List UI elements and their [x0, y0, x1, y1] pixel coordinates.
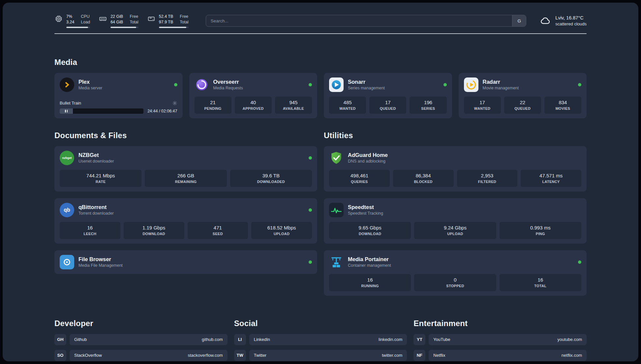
- stat-pending: 21PENDING: [195, 97, 231, 114]
- bookmark-abbr[interactable]: YT: [413, 334, 425, 345]
- cpu-value: 7%: [66, 14, 74, 19]
- stat-queries: 498,461QUERIES: [329, 170, 390, 187]
- stat-remaining: 266 GBREMAINING: [145, 170, 227, 187]
- ram-progress-bar: [110, 27, 138, 28]
- app-card-speedtest[interactable]: Speedtest Speedtest Tracking 9.65 GbpsDO…: [324, 198, 587, 244]
- app-subtitle: Media Requests: [213, 85, 243, 91]
- bookmark-stackoverflow[interactable]: SO StackOverflow stackoverflow.com: [54, 350, 228, 361]
- app-card-overseerr[interactable]: Overseerr Media Requests 21PENDING 40APP…: [189, 73, 318, 118]
- stat-series: 196SERIES: [410, 97, 446, 114]
- stat-upload: 9.24 GbpsUPLOAD: [414, 222, 496, 239]
- pause-icon[interactable]: [60, 108, 73, 114]
- stat-downloaded: 39.6 TBDOWNLOADED: [230, 170, 312, 187]
- now-playing-title: Bullet Train: [60, 101, 81, 106]
- app-subtitle: Movie management: [483, 85, 519, 91]
- app-title: AdGuard Home: [348, 152, 388, 159]
- bookmark-pill[interactable]: Netflix netflix.com: [429, 350, 587, 361]
- disk-icon: [147, 15, 156, 23]
- app-title: Sonarr: [348, 78, 385, 85]
- status-dot: [309, 83, 312, 86]
- disk-metric: 52.4 TB97.9 TB FreeTotal: [147, 14, 189, 28]
- playback-progress-bar[interactable]: [60, 108, 143, 114]
- weather-condition: scattered clouds: [555, 21, 587, 27]
- bookmark-linkedin[interactable]: LI LinkedIn linkedin.com: [234, 334, 407, 345]
- app-card-qbittorrent[interactable]: qb qBittorrent Torrent downloader 16LEEC…: [54, 198, 317, 244]
- gear-icon[interactable]: [172, 101, 177, 106]
- stat-stopped: 0STOPPED: [414, 274, 496, 291]
- app-card-filebrowser[interactable]: File Browser Media File Management: [54, 250, 317, 274]
- app-card-plex[interactable]: Plex Media server Bullet Train: [54, 73, 183, 118]
- bookmark-github[interactable]: GH Github github.com: [54, 334, 228, 345]
- app-card-portainer[interactable]: Media Portainer Container management 16R…: [324, 250, 587, 296]
- stat-seed: 471SEED: [188, 222, 248, 239]
- app-subtitle: DNS and adblocking: [348, 159, 388, 164]
- app-card-nzbget[interactable]: nzbget NZBGet Usenet downloader 744.21 M…: [54, 146, 317, 192]
- status-dot: [443, 83, 447, 86]
- status-dot: [578, 83, 581, 86]
- stat-movies: 834MOVIES: [544, 97, 581, 114]
- bookmark-pill[interactable]: LinkedIn linkedin.com: [249, 334, 407, 345]
- app-title: Speedtest: [348, 204, 383, 211]
- bookmark-column-social: Social LI LinkedIn linkedin.com TW Twitt…: [234, 319, 407, 361]
- bookmark-abbr[interactable]: NF: [413, 350, 425, 361]
- app-title: Radarr: [483, 78, 519, 85]
- disk-free-value: 52.4 TB: [159, 14, 173, 19]
- weather-widget: Lviv, 16.87°C scattered clouds: [539, 15, 587, 27]
- stat-approved: 40APPROVED: [235, 97, 272, 114]
- bookmark-twitter[interactable]: TW Twitter twitter.com: [234, 350, 407, 361]
- stat-blocked: 86,384BLOCKED: [393, 170, 454, 187]
- status-dot: [309, 156, 312, 160]
- section-title-media: Media: [54, 58, 587, 67]
- bookmark-abbr[interactable]: GH: [54, 334, 66, 345]
- app-title: NZBGet: [78, 152, 114, 159]
- search-engine-button[interactable]: G: [512, 15, 526, 26]
- cloud-icon: [539, 15, 551, 27]
- status-dot: [174, 83, 177, 86]
- ram-total-label: Total: [130, 19, 138, 25]
- cpu-load-value: 3.24: [66, 19, 74, 25]
- stat-rate: 744.21 MbpsRATE: [60, 170, 141, 187]
- cpu-label: CPU: [81, 14, 90, 19]
- bookmark-abbr[interactable]: TW: [234, 350, 246, 361]
- app-card-adguard[interactable]: AdGuard Home DNS and adblocking 498,461Q…: [324, 146, 587, 192]
- app-card-radarr[interactable]: Radarr Movie management 17WANTED 22QUEUE…: [459, 73, 587, 118]
- app-title: Media Portainer: [348, 256, 391, 263]
- weather-location: Lviv, 16.87°C: [555, 15, 587, 21]
- bookmark-youtube[interactable]: YT YouTube youtube.com: [413, 334, 587, 345]
- app-card-sonarr[interactable]: Sonarr Series management 485WANTED 17QUE…: [324, 73, 452, 118]
- bookmark-column-developer: Developer GH Github github.com SO StackO…: [54, 319, 228, 361]
- app-subtitle: Speedtest Tracking: [348, 211, 383, 216]
- stat-leech: 16LEECH: [60, 222, 120, 239]
- ram-metric: 22 GiB64 GiB FreeTotal: [99, 14, 138, 28]
- stat-download: 9.65 GbpsDOWNLOAD: [329, 222, 411, 239]
- radarr-icon: [464, 77, 478, 92]
- bookmark-abbr[interactable]: SO: [54, 350, 66, 361]
- overseerr-icon: [195, 77, 209, 92]
- stat-download: 1.19 GbpsDOWNLOAD: [124, 222, 184, 239]
- stat-filtered: 2,953FILTERED: [457, 170, 518, 187]
- filebrowser-icon: [60, 255, 74, 269]
- adguard-icon: [329, 151, 344, 165]
- bookmark-pill[interactable]: Twitter twitter.com: [249, 350, 407, 361]
- sonarr-icon: [329, 77, 344, 92]
- section-title-documents: Documents & Files: [54, 131, 317, 140]
- cpu-load-label: Load: [81, 19, 90, 25]
- bookmark-netflix[interactable]: NF Netflix netflix.com: [413, 350, 587, 361]
- bookmark-pill[interactable]: StackOverflow stackoverflow.com: [70, 350, 228, 361]
- status-dot: [309, 208, 312, 212]
- stat-ping: 0.993 msPING: [500, 222, 581, 239]
- stat-wanted: 485WANTED: [329, 97, 366, 114]
- cpu-icon: [54, 15, 63, 23]
- section-title-social: Social: [234, 319, 407, 328]
- bookmark-abbr[interactable]: LI: [234, 334, 246, 345]
- app-subtitle: Media server: [78, 85, 102, 91]
- dashboard-page: 7%3.24 CPULoad 22 GiB64 GiB FreeTotal: [3, 3, 638, 361]
- ram-free-value: 22 GiB: [110, 14, 123, 19]
- bookmark-pill[interactable]: Github github.com: [70, 334, 228, 345]
- bookmark-pill[interactable]: YouTube youtube.com: [429, 334, 587, 345]
- app-title: qBittorrent: [78, 204, 114, 211]
- status-dot: [309, 260, 312, 264]
- stat-queued: 22QUEUED: [504, 97, 541, 114]
- qbittorrent-icon: qb: [60, 203, 74, 217]
- search-input[interactable]: [206, 15, 512, 26]
